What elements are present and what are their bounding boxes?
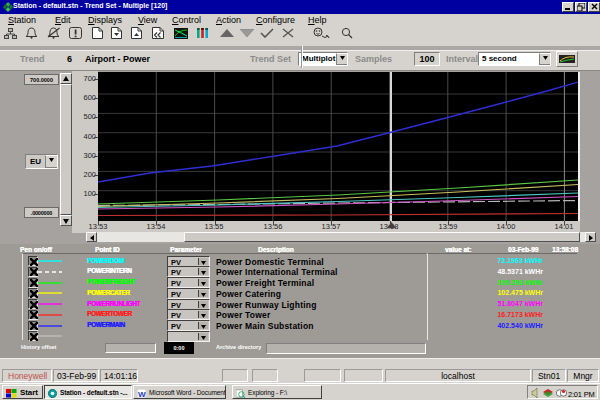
svg-text:W: W	[138, 390, 146, 398]
